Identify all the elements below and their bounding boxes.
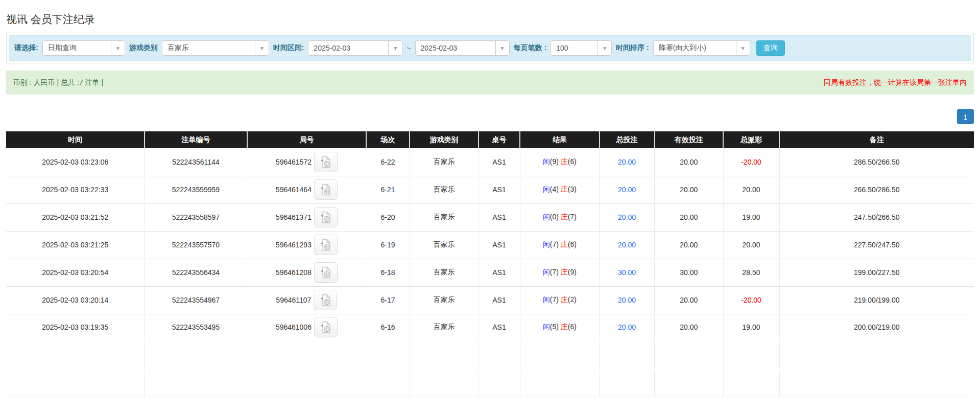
cell-remark: 200.00/219.00 [779, 314, 974, 341]
column-header-6: 结果 [520, 131, 599, 148]
cell-round-id: 596461006 [247, 314, 366, 341]
per-page-value: 100 [551, 41, 597, 55]
video-replay-button[interactable] [314, 152, 338, 172]
video-replay-button[interactable] [314, 317, 338, 337]
game-category-select[interactable]: 百家乐 ▼ [162, 40, 269, 56]
chevron-down-icon: ▼ [255, 41, 269, 55]
subtotal-row-cell-0: 小计 [6, 341, 145, 369]
cell-time: 2025-02-03 03:19:35 [6, 314, 145, 341]
video-replay-button[interactable] [314, 235, 338, 255]
total-row-cell-0: 总计 [6, 369, 145, 397]
cell-valid-bet: 30.00 [655, 259, 724, 286]
total-row-cell-9: 66.50 [723, 369, 779, 397]
cell-result: 闲(4) 庄(3) [520, 176, 599, 203]
per-page-label: 每页笔数 : [514, 43, 547, 53]
cell-round-id: 596461464 [247, 176, 366, 203]
cell-bet-id: 522243553495 [145, 314, 247, 341]
table-row: 2025-02-03 03:21:25 522243557570 5964612… [6, 231, 974, 259]
subtotal-row-cell-5 [479, 341, 520, 369]
result-player-label: 闲 [543, 185, 550, 193]
query-type-label: 请选择: [14, 43, 38, 53]
total-bet-link[interactable]: 20.00 [618, 213, 636, 221]
total-bet-link[interactable]: 30.00 [618, 268, 636, 277]
cell-time: 2025-02-03 03:21:25 [6, 231, 145, 259]
table-header-row: 时间注单编号局号场次游戏类别桌号结果总投注有效投注总派彩备注 [6, 131, 974, 148]
result-banker-label: 庄 [561, 185, 568, 193]
total-row-cell-4 [410, 369, 479, 397]
total-bet-link[interactable]: 20.00 [618, 296, 636, 304]
range-tilde: ~ [407, 44, 411, 52]
cell-game-category: 百家乐 [410, 286, 479, 314]
total-bet-link[interactable]: 20.00 [618, 323, 636, 331]
result-player-score: (5) [550, 323, 559, 331]
subtotal-row-cell-2 [247, 341, 366, 369]
column-header-7: 总投注 [600, 131, 655, 148]
video-file-icon [320, 183, 331, 196]
round-id-text: 596461107 [276, 296, 311, 304]
cell-session: 6-20 [366, 203, 410, 231]
video-replay-button[interactable] [314, 207, 338, 227]
cell-remark: 286.50/266.50 [779, 148, 974, 176]
date-to-value: 2025-02-03 [416, 41, 495, 55]
cell-remark: 219.00/199.00 [779, 286, 974, 314]
cell-round-id: 596461208 [247, 259, 366, 286]
chevron-down-icon: ▼ [597, 41, 611, 55]
time-range-label: 时间区间: [273, 43, 304, 53]
time-sort-select[interactable]: 降幂(由大到小) ▼ [653, 40, 750, 56]
total-row-cell-8: 150.00 [655, 369, 724, 397]
video-file-icon [320, 211, 331, 223]
cell-total-bet: 20.00 [600, 231, 655, 259]
round-id-text: 596461208 [276, 268, 312, 277]
cell-table-number: AS1 [479, 203, 520, 231]
round-id-text: 596461572 [276, 158, 312, 166]
result-player-score: (4) [550, 185, 559, 193]
filter-panel: 请选择: 日期查询 ▼ 游戏类别 百家乐 ▼ 时间区间: 2025-02-03 … [6, 33, 974, 63]
filter-bar: 请选择: 日期查询 ▼ 游戏类别 百家乐 ▼ 时间区间: 2025-02-03 … [9, 35, 971, 61]
subtotal-row-cell-7: 150.00 [600, 341, 655, 369]
date-from-value: 2025-02-03 [308, 41, 388, 55]
result-banker-label: 庄 [561, 240, 568, 248]
cell-payout: 19.00 [723, 203, 779, 231]
cell-remark: 199.00/227.50 [779, 259, 974, 286]
per-page-select[interactable]: 100 ▼ [551, 40, 612, 56]
date-to-select[interactable]: 2025-02-03 ▼ [415, 40, 510, 56]
result-banker-label: 庄 [561, 268, 568, 276]
result-banker-score: (9) [568, 268, 577, 276]
page-1-button[interactable]: 1 [957, 109, 974, 124]
video-replay-button[interactable] [314, 262, 338, 283]
column-header-1: 注单编号 [145, 131, 247, 148]
result-banker-score: (7) [568, 213, 577, 221]
column-header-8: 有效投注 [655, 131, 724, 148]
cell-valid-bet: 20.00 [655, 203, 724, 231]
subtotal-row-cell-1: 7 [145, 341, 247, 369]
cell-total-bet: 20.00 [600, 203, 655, 231]
column-header-9: 总派彩 [723, 131, 779, 148]
cell-total-bet: 20.00 [600, 148, 655, 176]
column-header-4: 游戏类别 [410, 131, 479, 148]
total-bet-link[interactable]: 20.00 [618, 158, 636, 166]
cell-payout: 28.50 [723, 259, 779, 286]
video-replay-button[interactable] [314, 179, 338, 200]
cell-payout: 20.00 [723, 176, 779, 203]
result-banker-label: 庄 [561, 157, 568, 166]
cell-result: 闲(9) 庄(6) [520, 148, 599, 176]
search-button[interactable]: 查询 [756, 40, 785, 56]
video-replay-button[interactable] [314, 290, 337, 310]
date-from-select[interactable]: 2025-02-03 ▼ [308, 40, 402, 56]
subtotal-row-cell-6 [520, 341, 599, 369]
cell-round-id: 596461107 [247, 286, 366, 314]
time-sort-value: 降幂(由大到小) [654, 41, 736, 55]
cell-round-id: 596461572 [247, 148, 366, 176]
result-player-label: 闲 [543, 323, 550, 331]
query-type-select[interactable]: 日期查询 ▼ [42, 40, 125, 56]
subtotal-row-cell-4 [410, 341, 479, 369]
cell-session: 6-18 [366, 259, 410, 286]
cell-time: 2025-02-03 03:20:54 [6, 259, 145, 286]
video-file-icon [320, 294, 331, 306]
total-bet-link[interactable]: 20.00 [618, 186, 636, 194]
result-player-label: 闲 [543, 240, 550, 248]
subtotal-row-cell-10 [779, 341, 974, 369]
cell-table-number: AS1 [479, 286, 520, 314]
cell-remark: 247.50/266.50 [779, 203, 974, 231]
total-bet-link[interactable]: 20.00 [618, 241, 636, 249]
